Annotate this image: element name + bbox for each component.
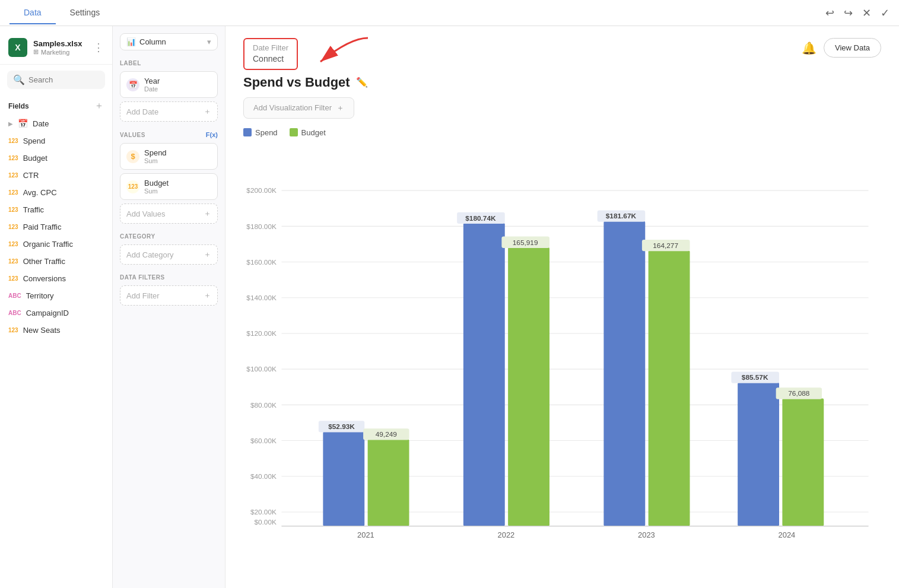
value-chip-budget[interactable]: 123 Budget Sum — [120, 173, 218, 200]
field-type-budget: 123 — [8, 155, 18, 161]
chip-text-spend: Spend Sum — [144, 148, 211, 164]
bar-2023-spend — [603, 221, 645, 526]
chart-type-button[interactable]: 📊 Column ▾ — [120, 33, 218, 50]
field-item-territory[interactable]: ABC Territory — [0, 287, 112, 304]
add-viz-filter-button[interactable]: Add Visualization Filter ＋ — [243, 97, 354, 119]
chip-label-spend: Spend — [144, 148, 211, 157]
bar-2022-spend — [463, 223, 505, 526]
tab-bar: Data Settings ↩ ↪ ✕ ✓ — [0, 0, 899, 26]
legend-row: Spend Budget — [243, 128, 881, 137]
add-date-label: Add Date — [126, 107, 158, 116]
label-section-title: LABEL — [120, 60, 218, 66]
field-item-organic-traffic[interactable]: 123 Organic Traffic — [0, 236, 112, 253]
field-type-conversions: 123 — [8, 275, 18, 282]
legend-label-budget: Budget — [301, 128, 326, 137]
chip-sub-year: Date — [144, 85, 211, 93]
add-filter-button[interactable]: Add Filter ＋ — [120, 285, 218, 306]
tab-settings[interactable]: Settings — [56, 2, 115, 24]
check-icon[interactable]: ✓ — [881, 7, 890, 20]
field-item-paid-traffic[interactable]: 123 Paid Traffic — [0, 218, 112, 236]
value-chip-spend[interactable]: $ Spend Sum — [120, 143, 218, 170]
left-sidebar: X Samples.xlsx ⊞ Marketing ⋮ 🔍 Fields ＋ … — [0, 26, 113, 588]
excel-icon: X — [8, 38, 27, 57]
svg-text:$20.00K: $20.00K — [250, 508, 277, 516]
tab-data[interactable]: Data — [9, 2, 56, 24]
expand-icon: ▶ — [8, 120, 13, 127]
chart-type-label: Column — [139, 37, 166, 46]
bar-2024-budget — [782, 398, 824, 526]
bar-2022-budget — [508, 247, 549, 526]
chip-label-year: Year — [144, 77, 211, 85]
add-values-button[interactable]: Add Values ＋ — [120, 204, 218, 224]
dollar-chip-icon: $ — [126, 150, 139, 163]
chip-text-budget: Budget Sum — [144, 179, 211, 195]
file-menu[interactable]: ⋮ — [93, 41, 104, 54]
field-item-ctr[interactable]: 123 CTR — [0, 167, 112, 184]
redo-icon[interactable]: ↪ — [844, 7, 853, 20]
field-item-avg-cpc[interactable]: 123 Avg. CPC — [0, 184, 112, 201]
chart-top-right: 🔔 View Data — [802, 38, 881, 58]
file-sheet: ⊞ Marketing — [33, 48, 93, 56]
legend-label-spend: Spend — [255, 128, 278, 137]
close-icon[interactable]: ✕ — [862, 7, 871, 20]
field-item-budget[interactable]: 123 Budget — [0, 150, 112, 167]
field-item-campaignid[interactable]: ABC CampaignID — [0, 304, 112, 322]
date-filter-label: Date Filter — [253, 43, 288, 53]
svg-text:$80.00K: $80.00K — [250, 401, 277, 409]
viz-filter-row: Add Visualization Filter ＋ — [243, 97, 881, 119]
label-chip-year[interactable]: 📅 Year Date — [120, 71, 218, 98]
fields-add-button[interactable]: ＋ — [94, 100, 104, 112]
undo-icon[interactable]: ↩ — [825, 7, 834, 20]
add-filter-label: Add Filter — [126, 291, 160, 300]
field-name-paid-traffic: Paid Traffic — [23, 223, 62, 231]
add-viz-filter-plus-icon: ＋ — [336, 103, 344, 113]
date-filter-value: Connect — [253, 53, 288, 65]
search-input[interactable] — [28, 75, 99, 84]
legend-spend: Spend — [243, 128, 278, 137]
table-icon: ⊞ — [33, 48, 39, 56]
svg-text:$160.00K: $160.00K — [246, 258, 277, 266]
field-type-territory: ABC — [8, 293, 21, 299]
add-category-label: Add Category — [126, 250, 174, 259]
field-item-conversions[interactable]: 123 Conversions — [0, 270, 112, 287]
svg-text:164,277: 164,277 — [653, 241, 678, 250]
chip-sub-budget: Sum — [144, 187, 211, 195]
bar-2021-spend — [323, 431, 364, 526]
svg-text:49,249: 49,249 — [376, 430, 398, 438]
field-item-spend[interactable]: 123 Spend — [0, 132, 112, 150]
legend-dot-budget — [290, 128, 298, 136]
field-type-new-seats: 123 — [8, 327, 18, 333]
edit-icon[interactable]: ✏️ — [356, 77, 368, 88]
alarm-icon[interactable]: 🔔 — [802, 41, 817, 55]
add-date-button[interactable]: Add Date ＋ — [120, 101, 218, 122]
field-name-ctr: CTR — [23, 171, 39, 180]
svg-text:$100.00K: $100.00K — [246, 365, 277, 373]
field-name-spend: Spend — [23, 136, 46, 145]
field-name-conversions: Conversions — [23, 274, 66, 283]
file-info: Samples.xlsx ⊞ Marketing — [33, 39, 93, 56]
main-layout: X Samples.xlsx ⊞ Marketing ⋮ 🔍 Fields ＋ … — [0, 26, 899, 588]
add-category-button[interactable]: Add Category ＋ — [120, 244, 218, 265]
label-section: LABEL 📅 Year Date Add Date ＋ — [120, 60, 218, 122]
field-item-new-seats[interactable]: 123 New Seats — [0, 322, 112, 339]
search-bar[interactable]: 🔍 — [7, 71, 105, 89]
svg-text:$120.00K: $120.00K — [246, 329, 277, 338]
add-category-plus-icon: ＋ — [204, 249, 211, 260]
field-type-other-traffic: 123 — [8, 258, 18, 265]
field-item-traffic[interactable]: 123 Traffic — [0, 201, 112, 218]
chevron-down-icon: ▾ — [207, 37, 211, 46]
view-data-button[interactable]: View Data — [824, 38, 881, 58]
file-name: Samples.xlsx — [33, 39, 93, 48]
fields-label: Fields — [8, 102, 29, 110]
field-name-new-seats: New Seats — [23, 326, 61, 335]
category-section-title: CATEGORY — [120, 233, 218, 240]
date-filter-box[interactable]: Date Filter Connect — [243, 38, 298, 70]
chip-sub-spend: Sum — [144, 157, 211, 164]
svg-text:2022: 2022 — [498, 530, 515, 539]
field-type-spend: 123 — [8, 138, 18, 144]
field-item-other-traffic[interactable]: 123 Other Traffic — [0, 253, 112, 270]
fx-badge[interactable]: F(x) — [206, 131, 218, 138]
field-item-date[interactable]: ▶ 📅 Date — [0, 115, 112, 132]
chip-text-year: Year Date — [144, 77, 211, 93]
fields-header: Fields ＋ — [0, 95, 112, 115]
